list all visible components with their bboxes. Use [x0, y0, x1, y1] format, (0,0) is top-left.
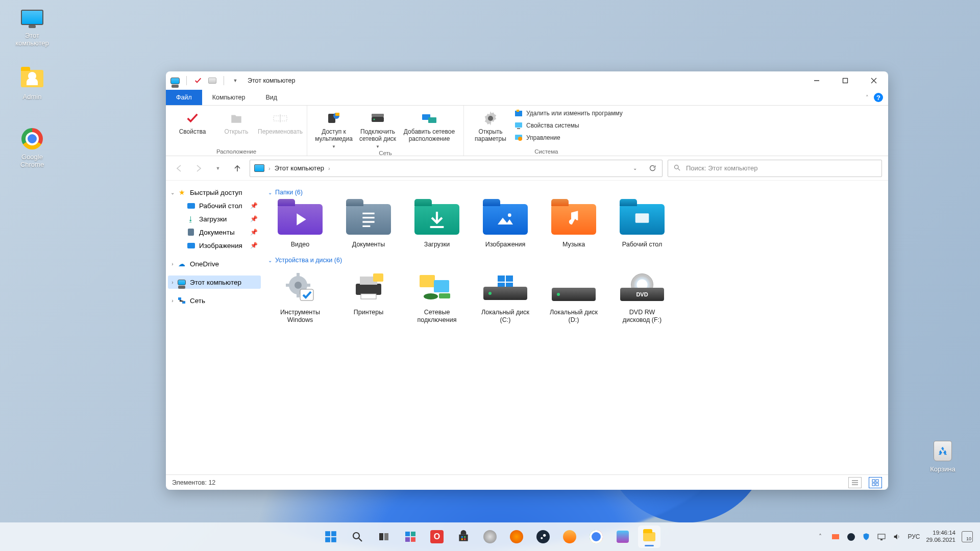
svg-rect-62 — [461, 538, 463, 540]
svg-rect-55 — [384, 533, 388, 540]
ribbon-open-settings-button[interactable]: Открыть параметры — [470, 108, 511, 147]
sidebar-this-pc[interactable]: ›Этот компьютер — [168, 276, 261, 289]
tray-language[interactable]: РУС — [908, 533, 920, 540]
task-view-button[interactable] — [373, 525, 395, 548]
titlebar[interactable]: ▼ Этот компьютер — [166, 71, 888, 90]
sidebar-network[interactable]: ›Сеть — [168, 294, 261, 307]
ribbon-collapse-icon[interactable]: ˄ — [866, 94, 869, 101]
drive-icon — [483, 274, 527, 300]
folder-videos[interactable]: Видео — [268, 201, 332, 248]
close-button[interactable] — [860, 71, 888, 90]
svg-point-19 — [675, 165, 679, 169]
sidebar-item-desktop[interactable]: Рабочий стол📌 — [168, 199, 261, 212]
tray-notifications[interactable]: 10 — [962, 531, 973, 542]
device-network-connections[interactable]: Сетевые подключения — [405, 269, 469, 324]
desktop-icon-recycle-bin[interactable]: Корзина — [920, 439, 966, 473]
address-dropdown-button[interactable]: ⌄ — [626, 160, 644, 177]
device-local-disk-d[interactable]: Локальный диск (D:) — [542, 269, 606, 324]
view-details-button[interactable] — [848, 477, 862, 488]
svg-rect-47 — [876, 483, 878, 486]
folder-documents[interactable]: Документы — [336, 201, 401, 248]
ribbon-properties-button[interactable]: Свойства — [172, 108, 213, 147]
group-header-folders[interactable]: ⌄Папки (6) — [268, 189, 884, 196]
tray-volume-icon[interactable] — [892, 532, 901, 541]
svg-rect-61 — [464, 536, 465, 538]
search-button[interactable] — [346, 525, 369, 548]
svg-rect-27 — [297, 273, 300, 278]
refresh-button[interactable] — [644, 160, 661, 177]
qat-folder-icon[interactable] — [207, 76, 217, 85]
ribbon-manage-button[interactable]: Управление — [514, 133, 623, 142]
ribbon-add-net-location-button[interactable]: Добавить сетевое расположение — [401, 108, 457, 149]
desktop-icon-chrome[interactable]: Google Chrome — [9, 127, 55, 168]
ribbon-system-props-button[interactable]: Свойства системы — [514, 121, 623, 130]
sidebar-quick-access[interactable]: ⌄★Быстрый доступ — [168, 186, 261, 199]
taskbar-app-2[interactable] — [479, 525, 501, 548]
qat-dropdown-icon[interactable]: ▼ — [230, 76, 240, 85]
ribbon-media-access-button[interactable]: Доступ к мультимедиа ▼ — [313, 108, 354, 149]
nav-up-button[interactable] — [230, 161, 244, 176]
svg-rect-21 — [178, 297, 181, 300]
ribbon-rename-button: Переименовать — [260, 108, 301, 147]
taskbar-app-1[interactable]: O — [426, 525, 448, 548]
sidebar-onedrive[interactable]: ›☁OneDrive — [168, 257, 261, 270]
device-windows-tools[interactable]: Инструменты Windows — [268, 269, 332, 324]
tab-view[interactable]: Вид — [255, 90, 287, 105]
tray-clock[interactable]: 19:46:14 29.06.2021 — [926, 530, 955, 544]
start-button[interactable] — [320, 525, 342, 548]
maximize-button[interactable] — [831, 71, 860, 90]
view-large-icons-button[interactable] — [869, 477, 882, 488]
tray-steam-icon[interactable] — [846, 532, 855, 541]
svg-rect-35 — [373, 273, 383, 282]
taskbar-app-4[interactable] — [558, 525, 581, 548]
folder-downloads[interactable]: Загрузки — [405, 201, 469, 248]
taskbar-app-5[interactable] — [611, 525, 634, 548]
svg-rect-11 — [428, 117, 436, 123]
sidebar-item-downloads[interactable]: ⭳Загрузки📌 — [168, 212, 261, 226]
widgets-button[interactable] — [399, 525, 422, 548]
status-bar: Элементов: 12 — [166, 474, 888, 490]
nav-recent-button[interactable]: ▼ — [211, 161, 225, 176]
chevron-right-icon[interactable]: › — [268, 165, 271, 171]
tab-file[interactable]: Файл — [166, 90, 202, 105]
taskbar-steam[interactable] — [532, 525, 554, 548]
device-local-disk-c[interactable]: Локальный диск (C:) — [473, 269, 537, 324]
svg-rect-58 — [405, 537, 410, 542]
network-icon — [419, 273, 455, 302]
drive-icon — [552, 273, 596, 301]
desktop-icon-admin[interactable]: Admin — [9, 66, 55, 101]
desktop-icon-this-pc[interactable]: Этот компьютер — [9, 5, 55, 47]
sidebar-item-pictures[interactable]: Изображения📌 — [168, 239, 261, 252]
tab-computer[interactable]: Компьютер — [202, 90, 256, 105]
group-header-devices[interactable]: ⌄Устройства и диски (6) — [268, 257, 884, 264]
folder-desktop[interactable]: Рабочий стол — [610, 201, 674, 248]
svg-rect-34 — [361, 294, 376, 299]
tray-network-icon[interactable] — [877, 532, 886, 541]
address-bar[interactable]: › Этот компьютер › ⌄ — [250, 160, 663, 177]
desktop-icon-label: Этот компьютер — [9, 32, 55, 47]
chevron-right-icon[interactable]: › — [328, 165, 330, 171]
qat-properties-icon[interactable] — [193, 76, 203, 85]
taskbar-explorer[interactable] — [638, 525, 660, 548]
taskbar-store[interactable] — [452, 525, 475, 548]
device-printers[interactable]: Принтеры — [336, 269, 401, 324]
tray-app-icon[interactable] — [831, 532, 840, 541]
ribbon-uninstall-button[interactable]: Удалить или изменить программу — [514, 109, 623, 118]
folder-pictures[interactable]: Изображения — [473, 201, 537, 248]
search-input[interactable]: Поиск: Этот компьютер — [668, 160, 882, 177]
sidebar-item-documents[interactable]: Документы📌 — [168, 226, 261, 239]
folder-music[interactable]: Музыка — [542, 201, 606, 248]
minimize-button[interactable] — [802, 71, 831, 90]
monitor-icon — [177, 278, 186, 287]
breadcrumb[interactable]: Этот компьютер — [275, 164, 324, 172]
pin-icon: 📌 — [250, 242, 258, 249]
help-icon[interactable]: ? — [874, 93, 883, 102]
tray-security-icon[interactable] — [862, 532, 871, 541]
tray-overflow-icon[interactable]: ˄ — [816, 532, 825, 541]
ribbon-map-drive-button[interactable]: Подключить сетевой диск ▼ — [357, 108, 398, 149]
ribbon-group-network: Сеть — [313, 149, 457, 156]
nav-sidebar: ⌄★Быстрый доступ Рабочий стол📌 ⭳Загрузки… — [166, 181, 263, 474]
device-dvd-rw[interactable]: DVDDVD RW дисковод (F:) — [610, 269, 674, 324]
taskbar-chrome[interactable] — [585, 525, 607, 548]
taskbar-app-3[interactable] — [505, 525, 528, 548]
